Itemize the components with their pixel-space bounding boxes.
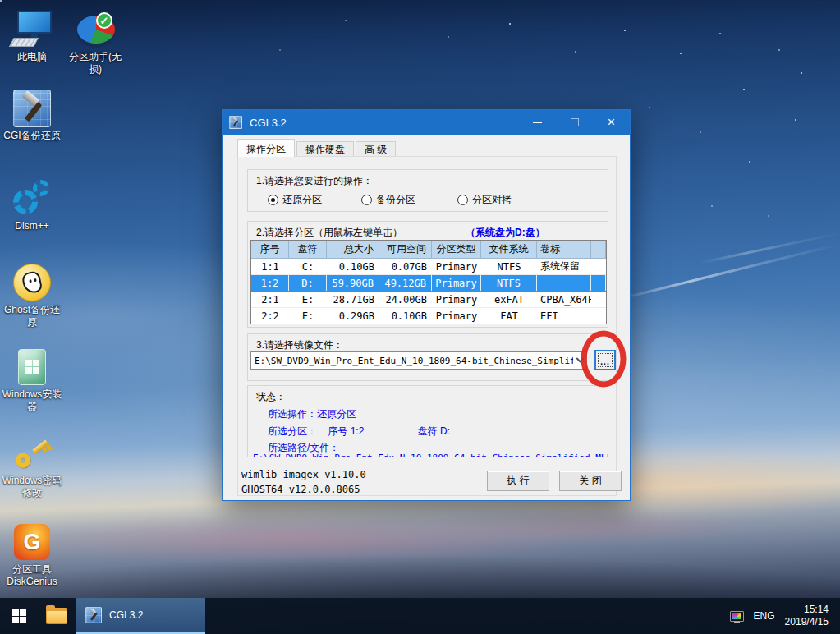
taskbar-clock[interactable]: 15:14 2019/4/15 bbox=[785, 604, 829, 628]
start-button[interactable] bbox=[0, 598, 38, 634]
cell-type: Primary bbox=[432, 292, 481, 307]
windows-logo-icon bbox=[12, 609, 26, 623]
cell-free: 24.00GB bbox=[379, 292, 432, 307]
table-row-selected[interactable]: 1:2 D: 59.90GB 49.12GB Primary NTFS bbox=[251, 275, 606, 292]
desktop-icon-cgi-backup[interactable]: CGI备份还原 bbox=[2, 87, 62, 142]
header-volume-label[interactable]: 卷标 bbox=[537, 241, 591, 258]
cell-drive: E: bbox=[289, 292, 327, 307]
cell-label: EFI bbox=[537, 308, 591, 324]
system-tray: ENG 15:14 2019/4/15 bbox=[730, 598, 840, 634]
radio-circle bbox=[361, 195, 372, 205]
cell-type: Primary bbox=[432, 275, 481, 291]
maximize-icon bbox=[571, 118, 579, 126]
language-indicator[interactable]: ENG bbox=[754, 610, 775, 622]
desktop-icon-dism[interactable]: Dism++ bbox=[2, 177, 62, 232]
desktop-icon-label: 此电脑 bbox=[2, 51, 62, 63]
cell-total: 0.10GB bbox=[327, 259, 379, 274]
radio-copy-partition[interactable]: 分区对拷 bbox=[457, 193, 512, 207]
header-free-space[interactable]: 可用空间 bbox=[379, 241, 432, 258]
cell-free: 0.10GB bbox=[379, 308, 432, 324]
desktop-icon-this-pc[interactable]: 此电脑 bbox=[2, 8, 62, 63]
header-total-size[interactable]: 总大小 bbox=[327, 241, 379, 258]
close-button[interactable]: × bbox=[593, 110, 630, 135]
header-index[interactable]: 序号 bbox=[251, 241, 289, 258]
image-path-combobox[interactable]: E:\SW_DVD9_Win_Pro_Ent_Edu_N_10_1809_64-… bbox=[250, 351, 587, 370]
header-partition-type[interactable]: 分区类型 bbox=[432, 241, 481, 258]
browse-button[interactable]: ... bbox=[594, 350, 616, 370]
diskgenius-icon: G bbox=[14, 524, 50, 560]
status-operation: 所选操作：还原分区 bbox=[268, 407, 356, 421]
radio-backup-partition[interactable]: 备份分区 bbox=[361, 193, 415, 207]
taskbar-task-cgi[interactable]: CGI 3.2 bbox=[76, 598, 205, 634]
operation-group-label: 1.请选择您要进行的操作： bbox=[256, 174, 373, 188]
desktop-icon-windows-password[interactable]: Windows密码修改 bbox=[2, 432, 62, 499]
wallpaper-stars bbox=[0, 0, 2, 2]
desktop-icon-label: 分区助手(无损) bbox=[65, 51, 126, 76]
cell-total: 28.71GB bbox=[327, 292, 379, 307]
maximize-button[interactable] bbox=[556, 110, 593, 135]
tab-advanced[interactable]: 高 级 bbox=[356, 141, 396, 157]
cell-free: 49.12GB bbox=[379, 275, 432, 291]
desktop-icon-diskgenius[interactable]: G 分区工具 DiskGenius bbox=[2, 521, 62, 588]
cell-index: 1:1 bbox=[251, 259, 289, 274]
table-row[interactable]: 2:1 E: 28.71GB 24.00GB Primary exFAT CPB… bbox=[251, 292, 606, 308]
cell-drive: D: bbox=[289, 275, 327, 291]
cell-type: Primary bbox=[432, 308, 481, 324]
desktop-icon-ghost-backup[interactable]: Ghost备份还原 bbox=[2, 261, 62, 328]
close-icon: × bbox=[608, 116, 615, 129]
operation-groupbox: 1.请选择您要进行的操作： 还原分区 备份分区 分区对拷 bbox=[247, 169, 608, 212]
desktop-icon-label: 分区工具 DiskGenius bbox=[2, 563, 62, 588]
close-dialog-button[interactable]: 关 闭 bbox=[559, 471, 622, 491]
table-row[interactable]: 2:2 F: 0.29GB 0.10GB Primary FAT EFI bbox=[251, 308, 606, 324]
cell-label: 系统保留 bbox=[537, 259, 591, 274]
version-wimlib: wimlib-imagex v1.10.0 bbox=[241, 469, 366, 480]
desktop-icon-label: CGI备份还原 bbox=[2, 130, 62, 142]
cell-fs: exFAT bbox=[481, 292, 537, 307]
image-file-group-label: 3.请选择镜像文件： bbox=[256, 338, 343, 352]
cell-drive: F: bbox=[289, 308, 327, 324]
key-icon bbox=[4, 425, 60, 480]
cell-type: Primary bbox=[432, 259, 481, 274]
tab-strip: 操作分区 操作硬盘 高 级 bbox=[237, 140, 397, 157]
ime-tray-icon[interactable] bbox=[730, 611, 744, 622]
radio-label: 分区对拷 bbox=[472, 193, 512, 207]
header-drive[interactable]: 盘符 bbox=[289, 241, 327, 258]
status-partition-label: 所选分区： bbox=[268, 425, 317, 437]
status-groupbox: 状态： 所选操作：还原分区 所选分区： 序号 1:2 盘符 D: 所选路径/文件… bbox=[247, 385, 608, 457]
desktop: { "desktop": { "icons": [ { "label": "此电… bbox=[0, 0, 840, 634]
cell-fs: FAT bbox=[481, 308, 537, 324]
image-path-value: E:\SW_DVD9_Win_Pro_Ent_Edu_N_10_1809_64-… bbox=[251, 356, 573, 366]
status-partition: 所选分区： 序号 1:2 盘符 D: bbox=[268, 425, 450, 439]
status-label: 状态： bbox=[256, 390, 286, 404]
cell-total: 0.29GB bbox=[327, 308, 379, 324]
wallpaper-contrail bbox=[615, 243, 838, 301]
image-file-groupbox: 3.请选择镜像文件： E:\SW_DVD9_Win_Pro_Ent_Edu_N_… bbox=[247, 333, 608, 381]
radio-restore-partition[interactable]: 还原分区 bbox=[268, 193, 322, 207]
taskbar: CGI 3.2 ENG 15:14 2019/4/15 bbox=[0, 598, 840, 634]
cgi-window: CGI 3.2 × 操作分区 操作硬盘 高 级 1.请选择您要进行的操作： 还原… bbox=[222, 109, 631, 501]
minimize-button[interactable] bbox=[519, 110, 556, 135]
titlebar[interactable]: CGI 3.2 × bbox=[223, 110, 630, 135]
radio-label: 备份分区 bbox=[376, 193, 415, 207]
tab-operate-partition[interactable]: 操作分区 bbox=[237, 139, 295, 157]
cgi-app-icon bbox=[85, 607, 102, 623]
partition-assistant-icon: ✓ bbox=[75, 11, 116, 48]
file-explorer-button[interactable] bbox=[38, 598, 76, 634]
desktop-icon-windows-installer[interactable]: Windows安装器 bbox=[2, 346, 62, 413]
combobox-dropdown-button[interactable] bbox=[573, 352, 586, 369]
this-pc-icon bbox=[11, 11, 53, 48]
status-path-value: E:\SW_DVD9_Win_Pro_Ent_Edu_N_10_1809_64-… bbox=[253, 453, 608, 457]
table-row[interactable]: 1:1 C: 0.10GB 0.07GB Primary NTFS 系统保留 bbox=[251, 259, 606, 275]
execute-button[interactable]: 执 行 bbox=[487, 471, 549, 491]
cell-label: CPBA_X64FRE bbox=[537, 292, 591, 307]
wallpaper-contrail bbox=[700, 231, 840, 264]
header-file-system[interactable]: 文件系统 bbox=[481, 241, 537, 258]
cell-drive: C: bbox=[289, 259, 327, 274]
cell-total: 59.90GB bbox=[327, 275, 379, 291]
tab-operate-disk[interactable]: 操作硬盘 bbox=[296, 141, 354, 157]
desktop-icon-partition-assistant[interactable]: ✓ 分区助手(无损) bbox=[65, 8, 126, 76]
clock-date: 2019/4/15 bbox=[785, 616, 829, 628]
window-title: CGI 3.2 bbox=[250, 117, 287, 129]
desktop-icon-label: Ghost备份还原 bbox=[2, 304, 62, 328]
browse-button-label: ... bbox=[598, 353, 613, 367]
